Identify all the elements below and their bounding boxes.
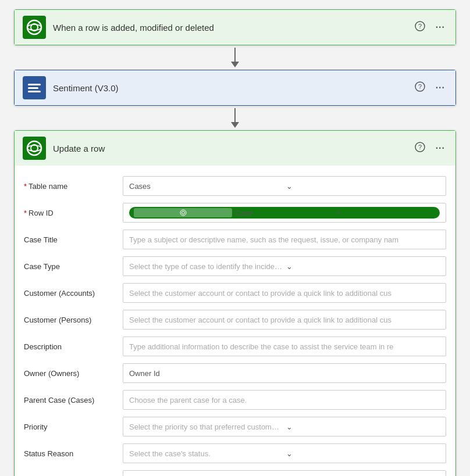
parent-case-input[interactable]: Choose the parent case for a case.: [123, 390, 446, 410]
svg-point-0: [27, 20, 41, 34]
arrow-head-2: [231, 122, 239, 128]
sentiment-line-1: [28, 84, 41, 85]
sentiment-title: Sentiment (V3.0): [53, 83, 412, 93]
owner-label: Owner (Owners): [24, 369, 123, 378]
flow-container: When a row is added, modified or deleted…: [9, 9, 461, 476]
sentiment-more-button[interactable]: ···: [433, 81, 447, 94]
priority-placeholder: Select the priority so that preferred cu…: [129, 423, 283, 431]
row-id-token-close[interactable]: ×: [337, 209, 435, 217]
priority-row: Priority Select the priority so that pre…: [15, 413, 455, 440]
arrow-line-1: [234, 48, 236, 62]
customer-accounts-input[interactable]: Select the customer account or contact t…: [123, 283, 446, 303]
parent-case-row: Parent Case (Cases) Choose the parent ca…: [15, 386, 455, 413]
owner-row: Owner (Owners) Owner Id: [15, 360, 455, 386]
description-placeholder: Type additional information to describe …: [129, 342, 440, 351]
parent-case-placeholder: Choose the parent case for a case.: [129, 396, 440, 405]
customer-accounts-row: Customer (Accounts) Select the customer …: [15, 280, 455, 306]
table-name-row: *Table name Cases ⌄: [15, 173, 455, 199]
customer-accounts-label: Customer (Accounts): [24, 289, 123, 298]
trigger-card: When a row is added, modified or deleted…: [14, 9, 456, 45]
description-input[interactable]: Type additional information to describe …: [123, 337, 446, 356]
arrow-1: [231, 45, 239, 70]
svg-point-13: [181, 212, 184, 214]
table-name-label: *Table name: [24, 182, 123, 191]
trigger-actions: ? ···: [412, 20, 447, 35]
sentiment-help-button[interactable]: ?: [412, 80, 428, 95]
priority-label: Priority: [24, 423, 123, 431]
trigger-more-button[interactable]: ···: [433, 21, 447, 34]
svg-point-12: [180, 210, 186, 216]
customer-persons-label: Customer (Persons): [24, 316, 123, 324]
svg-text:?: ?: [418, 23, 422, 30]
case-title-label: Case Title: [24, 235, 123, 244]
case-title-input[interactable]: Type a subject or descriptive name, such…: [123, 230, 446, 249]
customer-persons-placeholder: Select the customer account or contact t…: [129, 316, 440, 324]
trigger-title: When a row is added, modified or deleted: [53, 23, 412, 33]
priority-chevron-icon: ⌄: [286, 423, 440, 431]
table-name-required-star: *: [24, 182, 27, 191]
customer-persons-input[interactable]: Select the customer account or contact t…: [123, 310, 446, 330]
svg-text:?: ?: [418, 83, 422, 90]
row-id-label: *Row ID: [24, 209, 123, 217]
arrow-head-1: [231, 62, 239, 67]
update-row-header: Update a row ? ···: [14, 130, 456, 166]
trigger-help-button[interactable]: ?: [412, 20, 428, 35]
row-id-token: Case ×: [129, 207, 440, 219]
row-id-row: *Row ID Case ×: [15, 199, 455, 226]
sentiment-card: Sentiment (V3.0) ? ···: [14, 70, 456, 106]
owner-input[interactable]: Owner Id: [123, 363, 446, 383]
description-row: Description Type additional information …: [15, 333, 455, 360]
table-name-chevron-icon: ⌄: [286, 182, 440, 191]
trigger-header: When a row is added, modified or deleted…: [14, 9, 456, 45]
trigger-icon: [23, 16, 46, 39]
status-reason-label: Status Reason: [24, 449, 123, 458]
case-type-row: Case Type Select the type of case to ide…: [15, 253, 455, 280]
status-reason-chevron-icon: ⌄: [286, 449, 440, 458]
case-title-row: Case Title Type a subject or descriptive…: [15, 226, 455, 253]
update-row-more-button[interactable]: ···: [433, 142, 447, 155]
svg-point-2: [27, 24, 41, 30]
sentiment-header: Sentiment (V3.0) ? ···: [14, 70, 456, 106]
arrow-2: [231, 106, 239, 130]
svg-point-9: [27, 145, 41, 151]
svg-text:?: ?: [418, 144, 422, 151]
customer-persons-row: Customer (Persons) Select the customer a…: [15, 306, 455, 333]
sentiment-line-3: [28, 91, 41, 92]
row-id-token-icon: [134, 208, 232, 217]
update-row-form: *Table name Cases ⌄ *Row ID: [14, 166, 456, 476]
table-name-input[interactable]: Cases ⌄: [123, 176, 446, 196]
status-reason-input[interactable]: Select the case's status. ⌄: [123, 443, 446, 463]
sentiment-line-2: [28, 87, 38, 89]
row-id-required-star: *: [24, 209, 27, 217]
sentiment-lines-icon: [28, 84, 41, 92]
arrow-line-2: [234, 108, 236, 122]
case-type-label: Case Type: [24, 262, 123, 271]
subject-input[interactable]: Choose the subject for the case, such as…: [123, 470, 446, 476]
update-row-actions: ? ···: [412, 141, 447, 156]
row-id-input[interactable]: Case ×: [123, 203, 446, 223]
svg-point-7: [27, 141, 41, 155]
row-id-token-text: Case: [235, 209, 333, 217]
case-type-input[interactable]: Select the type of case to identify the …: [123, 256, 446, 276]
parent-case-label: Parent Case (Cases): [24, 396, 123, 405]
case-type-chevron-icon: ⌄: [286, 262, 440, 271]
case-type-placeholder: Select the type of case to identify the …: [129, 262, 283, 271]
description-label: Description: [24, 342, 123, 351]
sentiment-actions: ? ···: [412, 80, 447, 95]
status-reason-placeholder: Select the case's status.: [129, 449, 283, 458]
priority-input[interactable]: Select the priority so that preferred cu…: [123, 417, 446, 436]
update-row-help-button[interactable]: ?: [412, 141, 428, 156]
update-row-title: Update a row: [53, 144, 412, 153]
owner-value: Owner Id: [129, 369, 440, 378]
customer-accounts-placeholder: Select the customer account or contact t…: [129, 289, 440, 298]
case-title-placeholder: Type a subject or descriptive name, such…: [129, 235, 440, 244]
subject-row: Subject (Subjects) Choose the subject fo…: [15, 467, 455, 476]
sentiment-icon: [23, 76, 46, 99]
update-row-icon: [23, 137, 46, 160]
status-reason-row: Status Reason Select the case's status. …: [15, 440, 455, 467]
update-row-card: Update a row ? ··· *Table name: [14, 130, 456, 476]
